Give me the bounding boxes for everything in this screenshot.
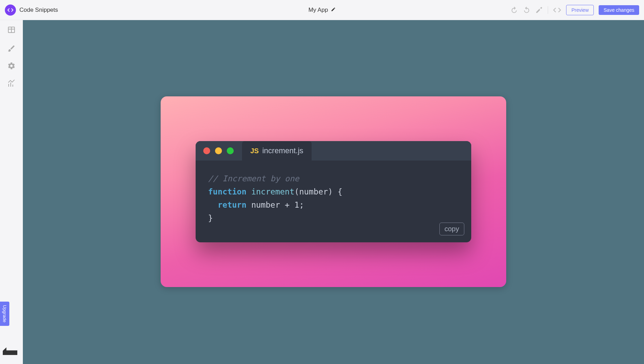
- edit-name-icon[interactable]: [331, 7, 336, 14]
- code-comment: // Increment by one: [208, 174, 299, 183]
- maximize-window-icon[interactable]: [227, 147, 234, 154]
- code-brace-open: {: [333, 187, 342, 196]
- undo-icon[interactable]: [510, 6, 518, 14]
- topbar: Code Snippets My App Preview Save change…: [0, 0, 644, 20]
- redo-icon[interactable]: [523, 6, 530, 14]
- preview-button[interactable]: Preview: [566, 5, 594, 15]
- filename: increment.js: [262, 146, 303, 155]
- code-paren-open: (: [294, 187, 299, 196]
- code-body[interactable]: // Increment by one function increment(n…: [196, 161, 471, 242]
- app-name: My App: [308, 7, 328, 14]
- code-function-name: increment: [251, 187, 295, 196]
- topbar-divider: [548, 6, 548, 14]
- code-brace-close: }: [208, 214, 213, 223]
- snippet-card: JS increment.js // Increment by one func…: [161, 96, 506, 287]
- save-button[interactable]: Save changes: [599, 5, 639, 15]
- code-semicolon: ;: [299, 200, 304, 209]
- brush-icon[interactable]: [7, 44, 16, 52]
- code-window: JS increment.js // Increment by one func…: [196, 141, 471, 242]
- traffic-lights: [203, 147, 234, 154]
- app-logo-icon[interactable]: [5, 5, 16, 16]
- topbar-right: Preview Save changes: [510, 5, 639, 15]
- code-keyword-return: return: [218, 200, 247, 209]
- code-icon[interactable]: [553, 6, 561, 14]
- code-titlebar: JS increment.js: [196, 141, 471, 161]
- file-tab[interactable]: JS increment.js: [242, 141, 312, 161]
- language-badge-icon: JS: [250, 147, 259, 155]
- chart-icon[interactable]: [7, 80, 16, 88]
- hammer-icon[interactable]: [535, 6, 543, 14]
- minimize-window-icon[interactable]: [215, 147, 222, 154]
- code-keyword-function: function: [208, 187, 247, 196]
- code-op: +: [285, 200, 290, 209]
- close-window-icon[interactable]: [203, 147, 210, 154]
- upgrade-button[interactable]: Upgrade: [0, 302, 9, 326]
- main-container: JS increment.js // Increment by one func…: [0, 20, 644, 364]
- code-expr: number: [247, 200, 285, 209]
- gear-icon[interactable]: [7, 62, 16, 70]
- code-paren-close: ): [328, 187, 333, 196]
- code-literal: 1: [294, 200, 299, 209]
- app-name-group: My App: [308, 7, 336, 14]
- copy-button[interactable]: copy: [439, 223, 464, 235]
- table-icon[interactable]: [7, 26, 16, 34]
- topbar-left: Code Snippets: [5, 5, 58, 16]
- canvas[interactable]: JS increment.js // Increment by one func…: [23, 20, 644, 364]
- page-title: Code Snippets: [19, 7, 58, 14]
- code-param: number: [299, 187, 328, 196]
